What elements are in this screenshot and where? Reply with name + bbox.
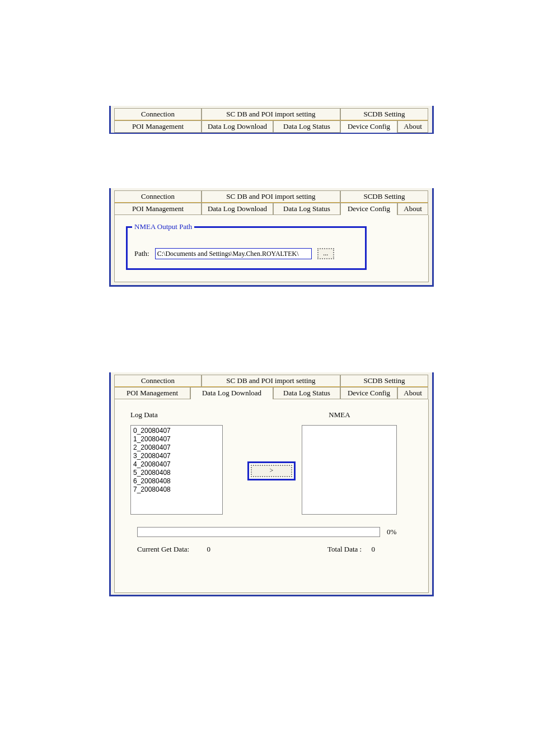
list-item[interactable]: 6_20080408 [133,477,220,486]
transfer-button[interactable]: > [251,465,292,477]
panel-data-log-download: Connection SC DB and POI import setting … [109,372,434,596]
transfer-highlight: > [247,461,296,480]
tab-connection[interactable]: Connection [114,190,202,203]
tab-data-log-download[interactable]: Data Log Download [202,203,273,215]
tab-scdb-setting[interactable]: SCDB Setting [340,375,428,387]
log-data-list[interactable]: 0_20080407 1_20080407 2_20080407 3_20080… [130,425,223,515]
nmea-list[interactable] [302,425,397,515]
tab-sc-db-poi[interactable]: SC DB and POI import setting [202,375,340,387]
tab-about[interactable]: About [397,120,428,133]
current-get-data-label: Current Get Data: [137,545,189,553]
panel-device-config-tabs-1: Connection SC DB and POI import setting … [109,106,434,134]
tab-device-config[interactable]: Device Config [340,203,397,215]
tab-poi-management[interactable]: POI Management [114,120,202,133]
nmea-output-path-legend: NMEA Output Path [132,222,194,231]
nmea-label: NMEA [329,410,413,419]
progress-bar [137,527,380,537]
total-data-value: 0 [371,545,375,553]
tab-connection[interactable]: Connection [114,375,202,387]
list-item[interactable]: 4_20080407 [133,460,220,469]
panel-device-config-nmea-path: Connection SC DB and POI import setting … [109,188,434,287]
tab-sc-db-poi[interactable]: SC DB and POI import setting [202,190,340,203]
tab-device-config[interactable]: Device Config [340,120,397,133]
log-data-label: Log Data [130,410,241,419]
list-item[interactable]: 2_20080407 [133,444,220,452]
tab-data-log-status[interactable]: Data Log Status [273,387,340,399]
list-item[interactable]: 0_20080407 [133,427,220,435]
path-label: Path: [134,249,149,258]
tab-scdb-setting[interactable]: SCDB Setting [340,108,428,120]
tab-poi-management[interactable]: POI Management [114,387,190,399]
tab-data-log-status[interactable]: Data Log Status [273,203,340,215]
tab-device-config[interactable]: Device Config [340,387,397,399]
list-item[interactable]: 3_20080407 [133,452,220,460]
tab-scdb-setting[interactable]: SCDB Setting [340,190,428,203]
tab-data-log-download[interactable]: Data Log Download [202,120,273,133]
progress-percent: 0% [387,528,406,536]
nmea-output-path-group: NMEA Output Path Path: ... [126,226,367,270]
tab-about[interactable]: About [397,387,428,399]
path-input[interactable] [155,248,312,259]
tab-poi-management[interactable]: POI Management [114,203,202,215]
browse-button[interactable]: ... [317,248,334,259]
list-item[interactable]: 7_20080408 [133,486,220,494]
current-get-data-value: 0 [207,545,210,554]
tab-about[interactable]: About [397,203,428,215]
tab-connection[interactable]: Connection [114,108,202,120]
tab-sc-db-poi[interactable]: SC DB and POI import setting [202,108,340,120]
tab-data-log-download[interactable]: Data Log Download [190,387,273,399]
list-item[interactable]: 5_20080408 [133,469,220,477]
list-item[interactable]: 1_20080407 [133,435,220,444]
tab-data-log-status[interactable]: Data Log Status [273,120,340,133]
total-data-label: Total Data : [327,545,362,553]
